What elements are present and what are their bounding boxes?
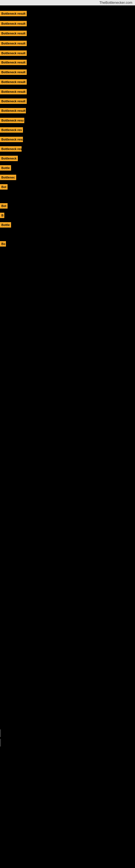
bottleneck-badge[interactable]: Bottleneck result (0, 69, 27, 75)
bottleneck-badge[interactable]: Bottleneck res (0, 146, 21, 152)
bottleneck-badge[interactable]: Bottleneck result (0, 89, 27, 94)
vertical-line (0, 730, 1, 737)
bottleneck-badge[interactable]: Bo (0, 241, 6, 247)
bottleneck-badge[interactable]: Bot (0, 203, 8, 209)
site-title: TheBottlenecker.com (99, 1, 132, 5)
bottleneck-badge[interactable]: Bottleneck result (0, 98, 27, 104)
bottleneck-badge[interactable]: Bottleneck (0, 156, 18, 161)
bottleneck-badge[interactable]: Bottleneck result (0, 41, 27, 46)
bottleneck-badge[interactable]: Bottleneck result (0, 21, 27, 26)
bottleneck-badge[interactable]: Bot (0, 184, 8, 190)
bottleneck-badge[interactable]: Bottleneck res (0, 127, 23, 133)
bottleneck-badge[interactable]: Bottleneck result (0, 108, 26, 113)
bottleneck-badge[interactable]: Bottlenec (0, 175, 16, 180)
bottleneck-badge[interactable]: Bottleneck result (0, 11, 27, 16)
bottleneck-badge[interactable]: B (0, 213, 4, 218)
bottleneck-badge[interactable]: Bottle (0, 222, 11, 227)
vertical-line (0, 739, 1, 746)
bottleneck-badge[interactable]: Bottleneck result (0, 51, 27, 56)
bottleneck-badge[interactable]: Bottle (0, 165, 11, 170)
bottleneck-badge[interactable]: Bottleneck result (0, 79, 27, 85)
bottleneck-badge[interactable]: Bottleneck resu (0, 118, 24, 123)
bottleneck-badge[interactable]: Bottleneck result (0, 60, 27, 65)
bottleneck-badge[interactable]: Bottleneck resu (0, 137, 23, 142)
bottleneck-badge[interactable]: Bottleneck result (0, 31, 27, 36)
